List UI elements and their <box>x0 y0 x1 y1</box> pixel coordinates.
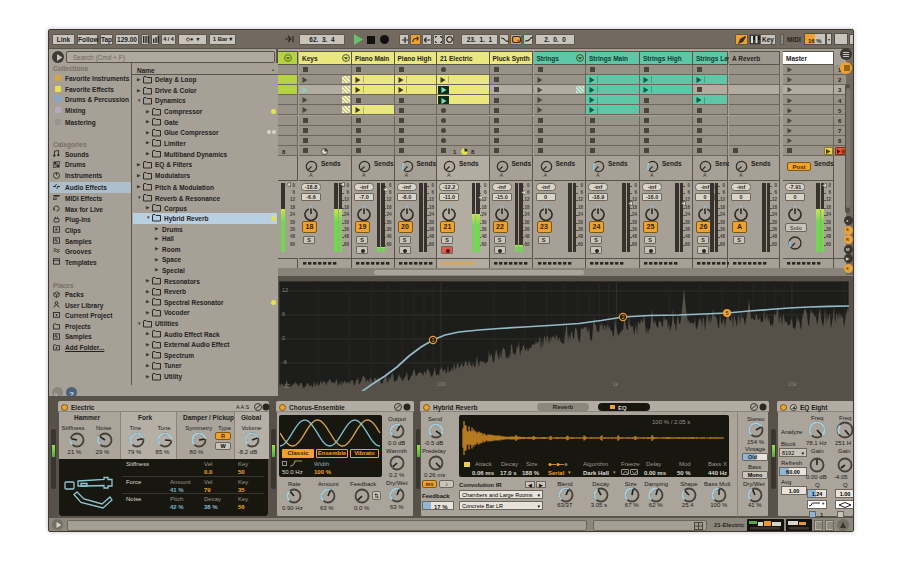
svg-text:2: 2 <box>621 314 624 320</box>
svg-text:1: 1 <box>431 337 434 343</box>
svg-text:5: 5 <box>725 310 728 316</box>
